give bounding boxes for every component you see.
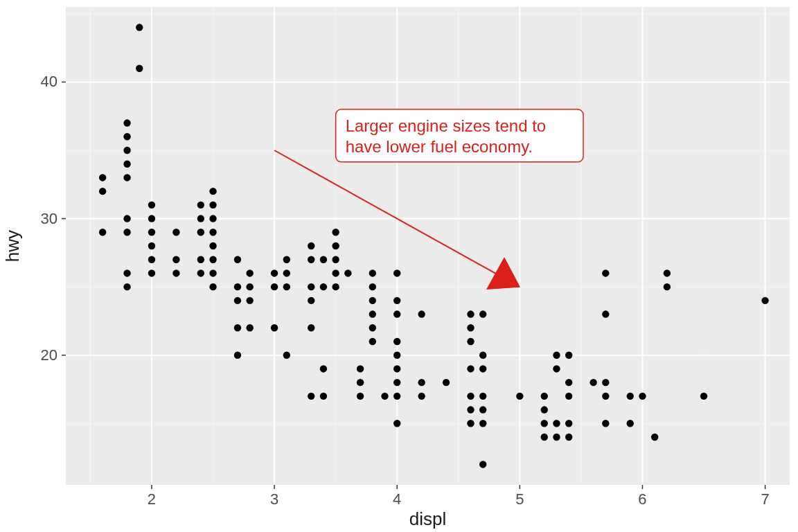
data-point bbox=[99, 174, 106, 181]
data-point bbox=[209, 215, 216, 222]
data-point bbox=[320, 283, 327, 290]
data-point bbox=[627, 420, 634, 427]
data-point bbox=[369, 338, 376, 345]
data-point bbox=[283, 256, 290, 263]
data-point bbox=[700, 393, 707, 400]
data-point bbox=[234, 283, 241, 290]
scatter-plot: 234567203040Larger engine sizes tend toh… bbox=[0, 0, 798, 532]
data-point bbox=[123, 229, 130, 236]
data-point bbox=[479, 406, 486, 413]
data-point bbox=[467, 324, 474, 331]
data-point bbox=[197, 202, 204, 209]
data-point bbox=[123, 174, 130, 181]
data-point bbox=[308, 283, 314, 290]
data-point bbox=[246, 269, 253, 276]
data-point bbox=[123, 161, 130, 168]
data-point bbox=[332, 242, 339, 249]
data-point bbox=[381, 393, 388, 400]
data-point bbox=[393, 420, 400, 427]
data-point bbox=[320, 365, 327, 372]
data-point bbox=[148, 242, 155, 249]
data-point bbox=[99, 188, 106, 195]
data-point bbox=[283, 283, 290, 290]
data-point bbox=[639, 393, 646, 400]
data-point bbox=[602, 420, 609, 427]
y-tick-label: 30 bbox=[41, 210, 57, 227]
data-point bbox=[418, 379, 425, 386]
data-point bbox=[332, 269, 339, 276]
data-point bbox=[234, 324, 241, 331]
data-point bbox=[123, 147, 130, 154]
data-point bbox=[197, 215, 204, 222]
data-point bbox=[271, 283, 278, 290]
data-point bbox=[664, 269, 671, 276]
data-point bbox=[565, 379, 572, 386]
data-point bbox=[209, 188, 216, 195]
data-point bbox=[172, 269, 179, 276]
x-axis-title: displ bbox=[409, 508, 446, 529]
data-point bbox=[308, 242, 314, 249]
data-point bbox=[553, 365, 560, 372]
y-tick-label: 40 bbox=[41, 73, 57, 90]
data-point bbox=[357, 393, 364, 400]
data-point bbox=[479, 365, 486, 372]
data-point bbox=[369, 310, 376, 317]
data-point bbox=[589, 379, 596, 386]
data-point bbox=[123, 119, 130, 126]
x-tick-label: 5 bbox=[515, 490, 524, 508]
data-point bbox=[467, 310, 474, 317]
data-point bbox=[209, 229, 216, 236]
data-point bbox=[553, 352, 560, 359]
data-point bbox=[418, 310, 425, 317]
data-point bbox=[553, 420, 560, 427]
data-point bbox=[246, 297, 253, 304]
annotation-label-line2: have lower fuel economy. bbox=[346, 137, 533, 156]
data-point bbox=[651, 434, 658, 441]
data-point bbox=[602, 379, 609, 386]
data-point bbox=[369, 283, 376, 290]
data-point bbox=[344, 269, 351, 276]
data-point bbox=[320, 256, 327, 263]
data-point bbox=[761, 297, 768, 304]
data-point bbox=[123, 133, 130, 140]
x-tick-label: 7 bbox=[761, 490, 769, 508]
data-point bbox=[479, 310, 486, 317]
data-point bbox=[541, 434, 548, 441]
data-point bbox=[393, 297, 400, 304]
data-point bbox=[565, 434, 572, 441]
data-point bbox=[99, 229, 106, 236]
data-point bbox=[602, 269, 609, 276]
data-point bbox=[565, 352, 572, 359]
data-point bbox=[320, 393, 327, 400]
annotation-label-line1: Larger engine sizes tend to bbox=[346, 116, 547, 135]
data-point bbox=[197, 229, 204, 236]
data-point bbox=[209, 283, 216, 290]
data-point bbox=[209, 202, 216, 209]
x-tick-label: 6 bbox=[638, 490, 646, 508]
data-point bbox=[209, 242, 216, 249]
data-point bbox=[393, 365, 400, 372]
data-point bbox=[467, 420, 474, 427]
data-point bbox=[479, 393, 486, 400]
data-point bbox=[393, 338, 400, 345]
data-point bbox=[123, 269, 130, 276]
data-point bbox=[148, 269, 155, 276]
data-point bbox=[467, 365, 474, 372]
data-point bbox=[172, 229, 179, 236]
data-point bbox=[271, 324, 278, 331]
data-point bbox=[369, 269, 376, 276]
x-tick-label: 2 bbox=[148, 490, 156, 508]
data-point bbox=[332, 283, 339, 290]
data-point bbox=[467, 393, 474, 400]
data-point bbox=[308, 297, 314, 304]
data-point bbox=[369, 324, 376, 331]
data-point bbox=[479, 461, 486, 468]
data-point bbox=[602, 393, 609, 400]
data-point bbox=[123, 215, 130, 222]
data-point bbox=[565, 393, 572, 400]
data-point bbox=[283, 352, 290, 359]
data-point bbox=[148, 256, 155, 263]
data-point bbox=[602, 310, 609, 317]
data-point bbox=[209, 269, 216, 276]
data-point bbox=[136, 24, 143, 30]
